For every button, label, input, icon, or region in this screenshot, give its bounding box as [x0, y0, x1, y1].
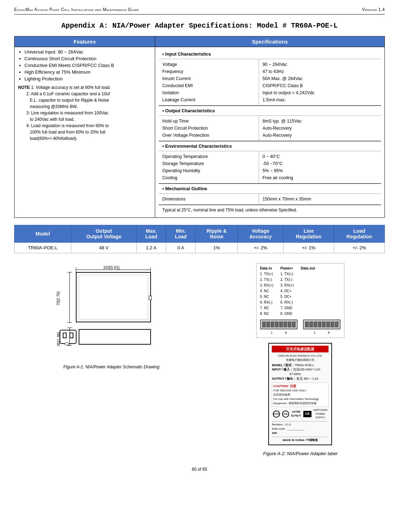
- pin-label-1: 1 8: [271, 330, 287, 335]
- pin: [326, 322, 330, 327]
- pin: [322, 322, 326, 327]
- plug-gnd-pin: [64, 343, 69, 345]
- model-col-ripple: Ripple &Noise: [196, 225, 238, 243]
- connector-box-1: 1 8: [260, 319, 298, 335]
- pin: [331, 322, 334, 327]
- spec-inner-env: Operating TemperatureStorage Temperature…: [159, 151, 381, 183]
- feature-item: High Efficiency at 75% Minimum: [24, 69, 151, 75]
- dim-line-v2: [69, 328, 70, 345]
- pin: [271, 322, 274, 327]
- header-right: Version 1.4: [362, 7, 385, 12]
- model-col-min-load: Min.Load: [166, 225, 196, 243]
- figure-a2-wrapper: Data in 1. TX(+)2. TX(-)3. RX(+)4. NC5. …: [256, 263, 344, 456]
- plug-pin-right: [69, 333, 73, 338]
- spec-inner-output: Hold-up TimeShort Circuit ProtectionOver…: [159, 115, 381, 141]
- dim-label-h: 150[5.91]: [102, 265, 120, 270]
- label-made-in: MADE IN CHINA / 中国制造: [272, 437, 328, 442]
- label-top-red: 开关式电源适配器: [272, 346, 328, 352]
- col-header-features: Features: [15, 36, 155, 47]
- fig2-caption: Figure A-2: NIA/Power Adapter label: [263, 451, 337, 456]
- dim-label-v: 70[2.76]: [56, 292, 60, 306]
- model-table: Model OutputOutput Voltage Max.Load Min.…: [14, 225, 385, 253]
- schematic-drawing: 150[5.91] 70[2.76]: [55, 263, 168, 362]
- connector-pin-table: Data in 1. TX(+)2. TX(-)3. RX(+)4. NC5. …: [256, 263, 344, 338]
- col-header-specs: Specifications: [155, 36, 385, 47]
- model-col-output-voltage: OutputOutput Voltage: [71, 225, 136, 243]
- spec-section-output-header: Output Characteristics: [159, 106, 381, 115]
- pin: [314, 322, 317, 327]
- main-specs-table: Features Specifications Universal Input:…: [14, 36, 385, 218]
- feature-item: Conductive EMI Meets CISPR/FCC Class B: [24, 63, 151, 68]
- model-col-load-reg: LoadRegulation: [334, 225, 385, 243]
- model-max-load: 1.2 A: [136, 243, 166, 253]
- label-model-info: MODEL / 型式：TR60A-POE-L INPUT / 输入：交流100-…: [272, 363, 328, 381]
- pin: [292, 322, 296, 327]
- connector-box-2: 1 8: [303, 319, 341, 335]
- dim-tick-v2-bottom: [67, 345, 72, 346]
- output-values: 8mS typ. @ 115VacAuto-RecoveryAuto-Recov…: [259, 116, 381, 141]
- plug-body: [60, 330, 77, 344]
- cert-logos: CCC cUL LISTEDE176177 CB SWITCHINGPOWERS…: [272, 408, 328, 420]
- ccc-circle: CCC: [273, 411, 280, 418]
- model-row: TR60A-POE-L 48 V 1.2 A 0 A 1% +/- 2% +/-…: [15, 243, 385, 253]
- main-box: [76, 272, 151, 322]
- header-left: ExcelMax Access Point Cell Installation …: [14, 7, 139, 12]
- ul-listed: LISTEDE176177: [291, 410, 301, 418]
- page-footer: 60 of 65: [14, 467, 385, 472]
- page-title: Appendix A: NIA/Power Adapter Specificat…: [14, 22, 385, 30]
- ul-circle: cUL: [282, 411, 289, 418]
- connector-columns: Data in 1. TX(+)2. TX(-)3. RX(+)4. NC5. …: [260, 266, 341, 317]
- dim-tick-v2-top: [67, 328, 72, 328]
- pin-label-2: 1 8: [314, 330, 330, 335]
- spec-inner-mechanical: Dimensions 150mm x 70mm x 35mm: [159, 193, 381, 205]
- connector-data-out: Data out: [301, 266, 315, 317]
- feature-item: Continuous Short Circuit Protection: [24, 56, 151, 61]
- figure-a1: 150[5.91] 70[2.76]: [55, 263, 168, 369]
- model-col-voltage-accuracy: VoltageAccuracy: [238, 225, 283, 243]
- pin: [279, 322, 283, 327]
- connector-data-in: Data in 1. TX(+)2. TX(-)3. RX(+)4. NC5. …: [260, 266, 274, 317]
- connector-pins-1: [260, 319, 298, 329]
- mechanical-values: 150mm x 70mm x 35mm: [259, 194, 381, 205]
- spec-section-output: Output Characteristics Hold-up TimeShort…: [159, 106, 381, 141]
- doc-header: ExcelMax Access Point Cell Installation …: [14, 7, 385, 15]
- label-caution-box: CAUTION: 注意 FOR INDOOR USE ONLY. 仅供室内使用 …: [272, 383, 328, 407]
- pin: [275, 322, 279, 327]
- pin: [335, 322, 338, 327]
- output-params: Hold-up TimeShort Circuit ProtectionOver…: [159, 116, 259, 141]
- spec-section-input: Input Characteristics VoltageFrequencyIn…: [159, 49, 381, 106]
- plug-pin-left: [63, 333, 67, 338]
- dim-label-v2: 35[1.38]: [56, 332, 61, 346]
- long-box: [79, 329, 151, 345]
- model-name: TR60A-POE-L: [15, 243, 71, 253]
- pin: [262, 322, 266, 327]
- spec-inner-input: VoltageFrequencyInrush CurrentConducted …: [159, 59, 381, 106]
- model-line-reg: +/- 1%: [283, 243, 334, 253]
- power-plug-container: [58, 328, 78, 346]
- pin: [305, 322, 309, 327]
- connector-pins-2: [303, 319, 341, 329]
- label-company: CINCON ELECTRONICS CO.,LTD.泽康电子股份有限公司: [272, 354, 328, 362]
- pin: [266, 322, 270, 327]
- input-params: VoltageFrequencyInrush CurrentConducted …: [159, 59, 259, 106]
- model-load-reg: +/- 2%: [334, 243, 385, 253]
- adapter-label: 开关式电源适配器 CINCON ELECTRONICS CO.,LTD.泽康电子…: [268, 343, 332, 445]
- dim-line-h: [76, 270, 150, 270]
- side-detail: [149, 296, 152, 300]
- spec-footnote-table: Typical at 25°C, nominal line and 75% lo…: [159, 205, 381, 215]
- env-params: Operating TemperatureStorage Temperature…: [159, 151, 259, 183]
- features-note: NOTE 1: Voltage accuracy is set at 60% f…: [18, 84, 151, 142]
- spec-footnote: Typical at 25°C, nominal line and 75% lo…: [159, 205, 381, 215]
- inner-box: [79, 275, 148, 319]
- figures-section: 150[5.91] 70[2.76]: [14, 263, 385, 456]
- model-col-model: Model: [15, 225, 71, 243]
- feature-item: Lighting Protection: [24, 76, 151, 81]
- env-values: 0 ~ 40°C-50 ~70°C5% ~ 95%Free air coolin…: [259, 151, 381, 183]
- spec-section-mechanical: Mechanical Outline Dimensions 150mm x 70…: [159, 184, 381, 205]
- model-col-max-load: Max.Load: [136, 225, 166, 243]
- model-output-voltage: 48 V: [71, 243, 136, 253]
- specs-cell: Input Characteristics VoltageFrequencyIn…: [155, 47, 385, 218]
- model-ripple: 1%: [196, 243, 238, 253]
- dim-tick-h-right: [150, 267, 151, 272]
- model-col-line-reg: LineRegulation: [283, 225, 334, 243]
